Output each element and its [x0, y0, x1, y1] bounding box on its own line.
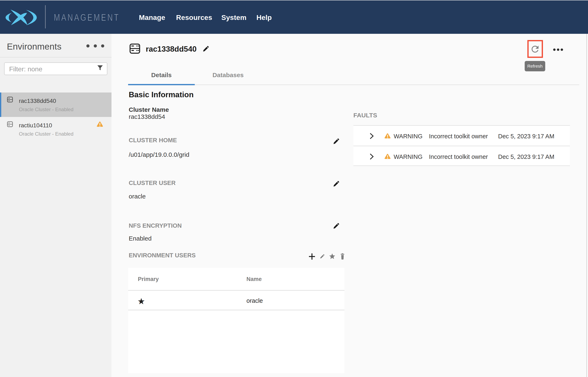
- svg-text:MANAGEMENT: MANAGEMENT: [54, 12, 120, 23]
